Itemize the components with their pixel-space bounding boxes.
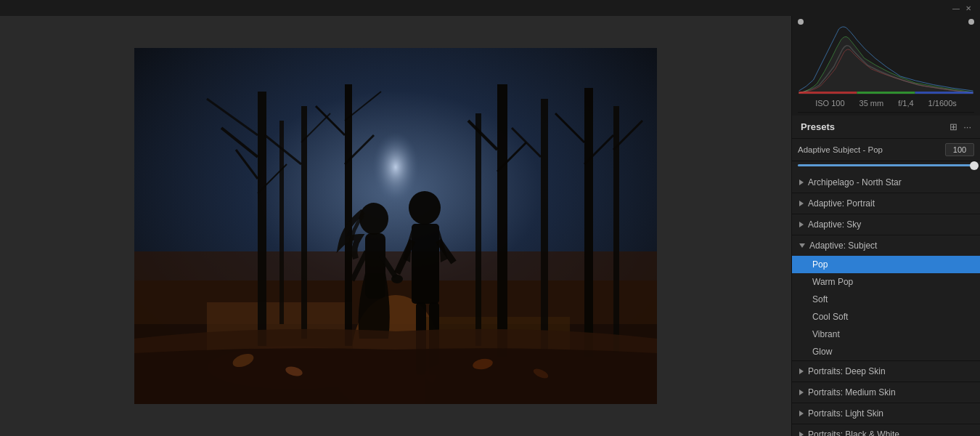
preset-slider-fill [798,164,974,166]
svg-rect-20 [613,106,619,353]
arrow-down-icon [799,243,805,248]
active-preset-label: Adaptive Subject - Pop [798,145,941,154]
preset-group-header-portraits-light-skin[interactable]: Portraits: Light Skin [792,403,980,424]
preset-group-portraits-deep-skin: Portraits: Deep Skin [792,361,980,382]
right-panel: ISO 100 35 mm f/1,4 1/1600s Presets ⊞ ··… [791,16,980,436]
arrow-right-icon [799,432,804,436]
photo-display [134,48,657,404]
preset-item-pop[interactable]: Pop [792,256,980,273]
top-bar: — ✕ [0,0,980,16]
svg-rect-18 [541,99,548,353]
preset-group-header-portraits-deep-skin[interactable]: Portraits: Deep Skin [792,361,980,382]
preset-item-warm-pop[interactable]: Warm Pop [792,273,980,291]
histogram-canvas [798,22,974,94]
presets-header: Presets ⊞ ··· [792,116,980,139]
svg-rect-19 [584,88,593,357]
arrow-right-icon [799,179,804,185]
preset-group-archipelago: Archipelago - North Star [792,172,980,193]
exif-shutter: 1/1600s [928,99,957,108]
exif-iso: ISO 100 [815,99,844,108]
svg-rect-21 [475,113,481,346]
svg-point-32 [359,203,388,235]
preset-group-adaptive-portrait: Adaptive: Portrait [792,193,980,214]
preset-group-header-archipelago[interactable]: Archipelago - North Star [792,172,980,193]
svg-point-36 [409,191,441,225]
preset-item-soft[interactable]: Soft [792,291,980,308]
preset-group-label-portraits-deep-skin: Portraits: Deep Skin [808,366,886,376]
preset-group-label-adaptive-portrait: Adaptive: Portrait [808,198,875,209]
preset-group-portraits-light-skin: Portraits: Light Skin [792,403,980,424]
preset-group-portraits-bw: Portraits: Black & White [792,424,980,436]
presets-title: Presets [801,121,835,132]
preset-menu-icon[interactable]: ··· [963,121,971,132]
preset-slider-thumb[interactable] [970,161,979,170]
arrow-right-icon [799,411,804,416]
preset-group-label-adaptive-sky: Adaptive: Sky [808,219,861,230]
preset-group-label-archipelago: Archipelago - North Star [808,177,902,187]
exif-focal: 35 mm [859,99,884,108]
histogram-area: ISO 100 35 mm f/1,4 1/1600s [792,16,980,116]
svg-rect-50 [857,92,915,94]
close-button[interactable]: ✕ [965,4,971,12]
preset-slider-container [792,161,980,172]
arrow-right-icon [799,368,804,374]
presets-header-icons: ⊞ ··· [950,121,971,132]
svg-rect-49 [799,92,857,94]
svg-rect-7 [258,92,266,346]
svg-rect-51 [915,92,973,94]
preset-item-glow[interactable]: Glow [792,343,980,360]
preset-group-header-adaptive-sky[interactable]: Adaptive: Sky [792,214,980,235]
preset-icon-1[interactable]: ⊞ [950,121,957,132]
main-container: ISO 100 35 mm f/1,4 1/1600s Presets ⊞ ··… [0,16,980,436]
preset-group-label-portraits-bw: Portraits: Black & White [808,429,899,436]
active-preset-row: Adaptive Subject - Pop [792,139,980,161]
svg-point-40 [391,275,403,283]
preset-group-adaptive-subject: Adaptive: SubjectPopWarm PopSoftCool Sof… [792,235,980,361]
arrow-right-icon [799,201,804,206]
preset-group-header-portraits-bw[interactable]: Portraits: Black & White [792,424,980,436]
preset-group-header-adaptive-subject[interactable]: Adaptive: Subject [792,235,980,256]
arrow-right-icon [799,389,804,395]
preset-group-label-portraits-light-skin: Portraits: Light Skin [808,408,883,419]
preset-item-cool-soft[interactable]: Cool Soft [792,308,980,326]
exif-row: ISO 100 35 mm f/1,4 1/1600s [798,94,974,113]
svg-rect-17 [497,84,507,360]
preset-group-portraits-medium-skin: Portraits: Medium Skin [792,382,980,403]
photo-area [0,16,791,436]
preset-group-label-portraits-medium-skin: Portraits: Medium Skin [808,387,896,397]
photo-container [134,48,657,404]
preset-group-label-adaptive-subject: Adaptive: Subject [809,241,877,251]
exif-aperture: f/1,4 [898,99,913,108]
preset-list[interactable]: Archipelago - North StarAdaptive: Portra… [792,172,980,436]
preset-group-adaptive-sky: Adaptive: Sky [792,214,980,235]
preset-value-input[interactable] [945,143,974,156]
preset-group-header-adaptive-portrait[interactable]: Adaptive: Portrait [792,193,980,214]
preset-slider-track[interactable] [798,164,974,166]
svg-rect-37 [412,224,439,304]
arrow-right-icon [799,222,804,227]
minimize-button[interactable]: — [952,4,960,12]
preset-group-header-portraits-medium-skin[interactable]: Portraits: Medium Skin [792,382,980,403]
preset-item-vibrant[interactable]: Vibrant [792,326,980,343]
